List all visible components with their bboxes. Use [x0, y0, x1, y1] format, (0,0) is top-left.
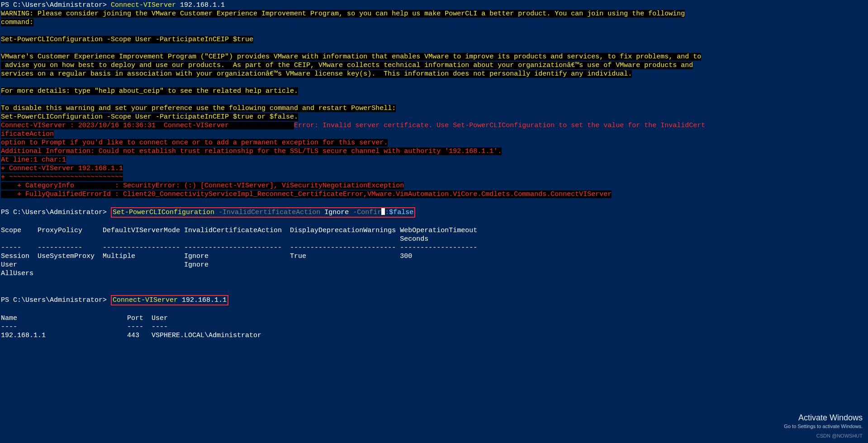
table-header-2: Seconds: [1, 235, 867, 243]
command-connect-viserver: Connect-VIServer: [111, 1, 176, 9]
cursor-icon: [381, 208, 385, 215]
error-line: + FullyQualifiedErrorId : Client20_Conne…: [1, 190, 867, 199]
table-header: Scope ProxyPolicy DefaultVIServerMode In…: [1, 226, 867, 235]
table-row: User Ignore: [1, 261, 867, 269]
error-line: ificateAction: [1, 130, 867, 138]
error-line: Connect-VIServer : 2023/10/16 16:36:31 C…: [1, 121, 867, 130]
blank-line: [1, 95, 867, 104]
warning-line: command:: [1, 18, 867, 27]
csdn-watermark: CSDN @NOWSHUT: [784, 432, 863, 440]
blank-line: [1, 278, 867, 286]
blank-line: [1, 199, 867, 207]
error-line: + CategoryInfo : SecurityError: (:) [Con…: [1, 181, 867, 190]
table-row: AllUsers: [1, 269, 867, 278]
warning-line: VMware's Customer Experience Improvement…: [1, 52, 867, 61]
terminal-output[interactable]: PS C:\Users\Administrator> Connect-VISer…: [0, 0, 868, 341]
table2-header: Name Port User: [1, 314, 867, 323]
blank-line: [1, 305, 867, 314]
error-line: option to Prompt if you'd like to connec…: [1, 138, 867, 147]
blank-line: [1, 78, 867, 87]
error-line: + Connect-VIServer 192.168.1.1: [1, 164, 867, 173]
highlighted-command-1: Set-PowerCLIConfiguration -InvalidCertif…: [111, 207, 415, 218]
warning-line: services on a regular basis in associati…: [1, 70, 867, 78]
warning-line: Set-PowerCLIConfiguration -Scope User -P…: [1, 113, 867, 121]
error-line: Additional Information: Could not establ…: [1, 147, 867, 156]
blank-line: [1, 44, 867, 52]
line-prompt-1: PS C:\Users\Administrator> Connect-VISer…: [1, 1, 867, 10]
warning-line: Set-PowerCLIConfiguration -Scope User -P…: [1, 35, 867, 44]
blank-line: [1, 27, 867, 35]
table-sep: ----- ----------- ------------------- --…: [1, 243, 867, 252]
error-line: + ~~~~~~~~~~~~~~~~~~~~~~~~~~~~: [1, 173, 867, 181]
table2-sep: ---- ---- ----: [1, 323, 867, 331]
blank-line: [1, 218, 867, 226]
warning-line: WARNING: Please consider joining the VMw…: [1, 10, 867, 18]
highlighted-command-2: Connect-VIServer 192.168.1.1: [111, 295, 228, 305]
error-line: At line:1 char:1: [1, 156, 867, 164]
line-prompt-3: PS C:\Users\Administrator> Connect-VISer…: [1, 295, 867, 305]
table2-row: 192.168.1.1 443 VSPHERE.LOCAL\Administra…: [1, 331, 867, 340]
warning-line: To disable this warning and set your pre…: [1, 104, 867, 113]
table-row: Session UseSystemProxy Multiple Ignore T…: [1, 252, 867, 261]
blank-line: [1, 286, 867, 295]
activate-windows-watermark: Activate Windows Go to Settings to activ…: [784, 414, 863, 440]
warning-line: For more details: type "help about_ceip"…: [1, 87, 867, 95]
warning-line: advise you on how best to deploy and use…: [1, 61, 867, 70]
line-prompt-2: PS C:\Users\Administrator> Set-PowerCLIC…: [1, 207, 867, 218]
